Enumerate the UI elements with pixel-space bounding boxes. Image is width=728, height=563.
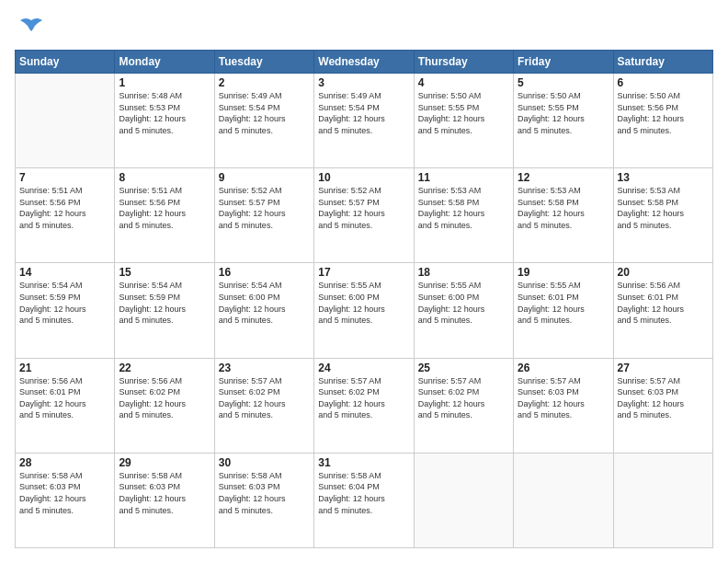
day-info: Sunrise: 5:50 AMSunset: 5:55 PMDaylight:… [418, 90, 509, 136]
day-number: 19 [518, 266, 609, 279]
day-info: Sunrise: 5:55 AMSunset: 6:01 PMDaylight:… [518, 280, 609, 326]
day-number: 22 [119, 362, 210, 374]
day-info: Sunrise: 5:49 AMSunset: 5:54 PMDaylight:… [318, 90, 409, 136]
calendar-cell: 9Sunrise: 5:52 AMSunset: 5:57 PMDaylight… [214, 168, 313, 263]
calendar-week-row: 28Sunrise: 5:58 AMSunset: 6:03 PMDayligh… [16, 453, 713, 547]
col-sunday: Sunday [16, 51, 115, 74]
day-info: Sunrise: 5:58 AMSunset: 6:04 PMDaylight:… [318, 470, 409, 516]
calendar-cell: 5Sunrise: 5:50 AMSunset: 5:55 PMDaylight… [514, 74, 613, 168]
calendar-cell: 30Sunrise: 5:58 AMSunset: 6:03 PMDayligh… [214, 453, 313, 547]
day-info: Sunrise: 5:53 AMSunset: 5:58 PMDaylight:… [518, 185, 609, 231]
day-number: 3 [318, 76, 409, 89]
calendar-cell: 1Sunrise: 5:48 AMSunset: 5:53 PMDaylight… [115, 74, 214, 168]
col-friday: Friday [514, 51, 613, 74]
logo-bird-icon [18, 15, 44, 40]
day-number: 11 [418, 171, 509, 184]
calendar-cell: 20Sunrise: 5:56 AMSunset: 6:01 PMDayligh… [613, 263, 712, 358]
logo [15, 15, 44, 40]
day-number: 18 [418, 266, 509, 279]
day-number: 4 [418, 76, 509, 89]
col-tuesday: Tuesday [214, 51, 313, 74]
calendar-cell: 6Sunrise: 5:50 AMSunset: 5:56 PMDaylight… [613, 74, 712, 168]
col-saturday: Saturday [613, 51, 712, 74]
day-info: Sunrise: 5:54 AMSunset: 6:00 PMDaylight:… [219, 280, 310, 326]
day-number: 23 [219, 362, 310, 374]
calendar-body: 1Sunrise: 5:48 AMSunset: 5:53 PMDaylight… [16, 74, 713, 548]
calendar-cell [16, 74, 115, 168]
calendar-cell: 8Sunrise: 5:51 AMSunset: 5:56 PMDaylight… [115, 168, 214, 263]
day-info: Sunrise: 5:53 AMSunset: 5:58 PMDaylight:… [618, 185, 709, 231]
day-number: 20 [618, 266, 709, 279]
calendar-cell: 15Sunrise: 5:54 AMSunset: 5:59 PMDayligh… [115, 263, 214, 358]
day-info: Sunrise: 5:50 AMSunset: 5:55 PMDaylight:… [518, 90, 609, 136]
col-monday: Monday [115, 51, 214, 74]
calendar-table: Sunday Monday Tuesday Wednesday Thursday… [15, 50, 713, 548]
day-info: Sunrise: 5:57 AMSunset: 6:03 PMDaylight:… [618, 375, 709, 421]
calendar-cell [613, 453, 712, 547]
day-info: Sunrise: 5:57 AMSunset: 6:02 PMDaylight:… [318, 375, 409, 421]
day-info: Sunrise: 5:54 AMSunset: 5:59 PMDaylight:… [119, 280, 210, 326]
calendar-cell: 13Sunrise: 5:53 AMSunset: 5:58 PMDayligh… [613, 168, 712, 263]
calendar-cell [514, 453, 613, 547]
day-info: Sunrise: 5:57 AMSunset: 6:03 PMDaylight:… [518, 375, 609, 421]
day-info: Sunrise: 5:54 AMSunset: 5:59 PMDaylight:… [19, 280, 110, 326]
calendar-week-row: 21Sunrise: 5:56 AMSunset: 6:01 PMDayligh… [16, 358, 713, 453]
day-number: 25 [418, 362, 509, 374]
calendar-week-row: 14Sunrise: 5:54 AMSunset: 5:59 PMDayligh… [16, 263, 713, 358]
day-number: 12 [518, 171, 609, 184]
calendar-cell: 29Sunrise: 5:58 AMSunset: 6:03 PMDayligh… [115, 453, 214, 547]
day-number: 14 [19, 266, 110, 279]
day-info: Sunrise: 5:57 AMSunset: 6:02 PMDaylight:… [219, 375, 310, 421]
page: Sunday Monday Tuesday Wednesday Thursday… [0, 0, 728, 563]
calendar-cell: 14Sunrise: 5:54 AMSunset: 5:59 PMDayligh… [16, 263, 115, 358]
calendar-week-row: 7Sunrise: 5:51 AMSunset: 5:56 PMDaylight… [16, 168, 713, 263]
calendar-cell: 16Sunrise: 5:54 AMSunset: 6:00 PMDayligh… [214, 263, 313, 358]
day-number: 29 [119, 456, 210, 469]
calendar-cell: 18Sunrise: 5:55 AMSunset: 6:00 PMDayligh… [414, 263, 513, 358]
day-info: Sunrise: 5:55 AMSunset: 6:00 PMDaylight:… [318, 280, 409, 326]
day-info: Sunrise: 5:56 AMSunset: 6:01 PMDaylight:… [618, 280, 709, 326]
day-info: Sunrise: 5:51 AMSunset: 5:56 PMDaylight:… [119, 185, 210, 231]
day-info: Sunrise: 5:57 AMSunset: 6:02 PMDaylight:… [418, 375, 509, 421]
day-number: 8 [119, 171, 210, 184]
day-number: 31 [318, 456, 409, 469]
day-info: Sunrise: 5:58 AMSunset: 6:03 PMDaylight:… [19, 470, 110, 516]
day-number: 27 [618, 362, 709, 374]
day-number: 1 [119, 76, 210, 89]
col-wednesday: Wednesday [314, 51, 414, 74]
calendar-cell: 28Sunrise: 5:58 AMSunset: 6:03 PMDayligh… [16, 453, 115, 547]
day-number: 2 [219, 76, 310, 89]
day-info: Sunrise: 5:51 AMSunset: 5:56 PMDaylight:… [19, 185, 110, 231]
calendar-cell: 10Sunrise: 5:52 AMSunset: 5:57 PMDayligh… [314, 168, 414, 263]
day-info: Sunrise: 5:56 AMSunset: 6:01 PMDaylight:… [19, 375, 110, 421]
day-number: 26 [518, 362, 609, 374]
calendar-cell: 3Sunrise: 5:49 AMSunset: 5:54 PMDaylight… [314, 74, 414, 168]
calendar-cell [414, 453, 513, 547]
day-number: 13 [618, 171, 709, 184]
day-info: Sunrise: 5:50 AMSunset: 5:56 PMDaylight:… [618, 90, 709, 136]
calendar-cell: 22Sunrise: 5:56 AMSunset: 6:02 PMDayligh… [115, 358, 214, 453]
calendar-cell: 19Sunrise: 5:55 AMSunset: 6:01 PMDayligh… [514, 263, 613, 358]
calendar-cell: 4Sunrise: 5:50 AMSunset: 5:55 PMDaylight… [414, 74, 513, 168]
day-info: Sunrise: 5:52 AMSunset: 5:57 PMDaylight:… [318, 185, 409, 231]
calendar-cell: 26Sunrise: 5:57 AMSunset: 6:03 PMDayligh… [514, 358, 613, 453]
calendar-week-row: 1Sunrise: 5:48 AMSunset: 5:53 PMDaylight… [16, 74, 713, 168]
calendar-cell: 2Sunrise: 5:49 AMSunset: 5:54 PMDaylight… [214, 74, 313, 168]
day-number: 7 [19, 171, 110, 184]
day-info: Sunrise: 5:48 AMSunset: 5:53 PMDaylight:… [119, 90, 210, 136]
day-number: 17 [318, 266, 409, 279]
day-number: 21 [19, 362, 110, 374]
day-number: 16 [219, 266, 310, 279]
calendar-cell: 21Sunrise: 5:56 AMSunset: 6:01 PMDayligh… [16, 358, 115, 453]
day-number: 10 [318, 171, 409, 184]
calendar-cell: 17Sunrise: 5:55 AMSunset: 6:00 PMDayligh… [314, 263, 414, 358]
calendar-header-row: Sunday Monday Tuesday Wednesday Thursday… [16, 51, 713, 74]
day-number: 9 [219, 171, 310, 184]
calendar-cell: 12Sunrise: 5:53 AMSunset: 5:58 PMDayligh… [514, 168, 613, 263]
calendar-cell: 24Sunrise: 5:57 AMSunset: 6:02 PMDayligh… [314, 358, 414, 453]
day-info: Sunrise: 5:53 AMSunset: 5:58 PMDaylight:… [418, 185, 509, 231]
header [15, 15, 713, 40]
calendar-cell: 27Sunrise: 5:57 AMSunset: 6:03 PMDayligh… [613, 358, 712, 453]
day-info: Sunrise: 5:58 AMSunset: 6:03 PMDaylight:… [219, 470, 310, 516]
day-info: Sunrise: 5:58 AMSunset: 6:03 PMDaylight:… [119, 470, 210, 516]
